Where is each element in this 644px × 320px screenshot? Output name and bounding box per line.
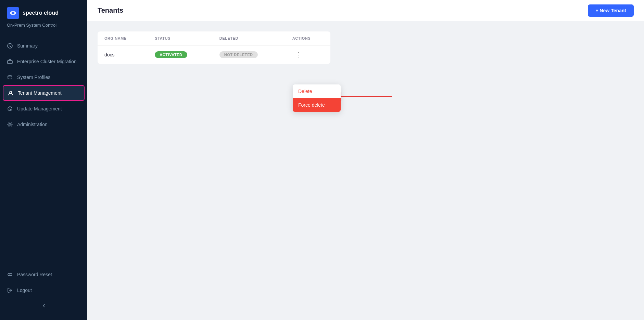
- svg-rect-3: [8, 61, 12, 64]
- sidebar-item-enterprise-cluster-migration[interactable]: Enterprise Cluster Migration: [0, 54, 87, 69]
- sidebar-item-tenant-management[interactable]: Tenant Management: [3, 85, 85, 101]
- sidebar-item-administration[interactable]: Administration: [0, 117, 87, 132]
- svg-point-9: [10, 274, 12, 276]
- actions-menu-button[interactable]: ⋮: [292, 50, 304, 59]
- status-badge-activated: ACTIVATED: [155, 51, 187, 58]
- sidebar-item-tenant-management-label: Tenant Management: [18, 90, 62, 96]
- system-profiles-icon: [7, 74, 13, 80]
- sidebar-item-update-management[interactable]: Update Management: [0, 101, 87, 117]
- logo-text: spectro cloud: [23, 10, 59, 16]
- actions-dropdown-menu: Delete Force delete: [293, 84, 341, 112]
- sidebar-item-system-profiles[interactable]: System Profiles: [0, 69, 87, 85]
- page-title: Tenants: [98, 6, 123, 14]
- cell-org-name: docs: [98, 45, 148, 64]
- col-header-status: STATUS: [148, 31, 213, 45]
- status-badge-not-deleted: NOT DELETED: [219, 51, 258, 58]
- sidebar-item-system-profiles-label: System Profiles: [17, 75, 50, 80]
- table-header: ORG NAME STATUS DELETED ACTIONS: [98, 31, 330, 45]
- sidebar-nav: Summary Enterprise Cluster Migration Sys…: [0, 35, 87, 267]
- cell-deleted: NOT DELETED: [213, 45, 286, 64]
- sidebar-bottom: Password Reset Logout: [0, 267, 87, 320]
- svg-point-8: [8, 274, 10, 276]
- new-tenant-button[interactable]: + New Tenant: [588, 4, 634, 17]
- tenants-table-container: ORG NAME STATUS DELETED ACTIONS docs ACT…: [98, 31, 330, 64]
- update-management-icon: [7, 106, 13, 112]
- force-delete-menu-item[interactable]: Force delete: [293, 98, 341, 112]
- sidebar-item-logout[interactable]: Logout: [0, 282, 87, 298]
- svg-point-4: [8, 76, 12, 77]
- password-reset-icon: [7, 271, 13, 278]
- tenants-table: ORG NAME STATUS DELETED ACTIONS docs ACT…: [98, 31, 330, 64]
- sidebar-item-summary[interactable]: Summary: [0, 38, 87, 54]
- col-header-deleted: DELETED: [213, 31, 286, 45]
- svg-point-1: [12, 12, 14, 14]
- cell-status: ACTIVATED: [148, 45, 213, 64]
- spectro-cloud-logo: [7, 7, 19, 19]
- sidebar-collapse-button[interactable]: [0, 298, 87, 313]
- sidebar: spectro cloud On-Prem System Control Sum…: [0, 0, 87, 320]
- content-area: ORG NAME STATUS DELETED ACTIONS docs ACT…: [87, 21, 644, 320]
- sidebar-logo: spectro cloud: [0, 0, 87, 23]
- sidebar-item-enterprise-label: Enterprise Cluster Migration: [17, 59, 77, 64]
- sidebar-item-logout-label: Logout: [17, 288, 32, 293]
- svg-point-5: [10, 91, 12, 93]
- sidebar-item-administration-label: Administration: [17, 122, 48, 127]
- logout-icon: [7, 287, 13, 293]
- sidebar-item-update-management-label: Update Management: [17, 106, 62, 111]
- tenant-management-icon: [8, 90, 14, 96]
- svg-point-7: [9, 124, 11, 125]
- arrow-annotation: [334, 89, 395, 104]
- enterprise-icon: [7, 58, 13, 65]
- cell-actions: ⋮: [286, 45, 330, 64]
- col-header-actions: ACTIONS: [286, 31, 330, 45]
- administration-icon: [7, 121, 13, 128]
- sidebar-item-password-reset-label: Password Reset: [17, 272, 52, 277]
- main-content: Tenants + New Tenant ORG NAME STATUS DEL…: [87, 0, 644, 320]
- top-bar: Tenants + New Tenant: [87, 0, 644, 21]
- delete-menu-item[interactable]: Delete: [293, 84, 341, 98]
- table-body: docs ACTIVATED NOT DELETED ⋮: [98, 45, 330, 64]
- sidebar-item-password-reset[interactable]: Password Reset: [0, 267, 87, 282]
- summary-icon: [7, 43, 13, 49]
- col-header-org-name: ORG NAME: [98, 31, 148, 45]
- sidebar-item-summary-label: Summary: [17, 43, 38, 49]
- sidebar-subtitle: On-Prem System Control: [0, 23, 87, 35]
- table-row: docs ACTIVATED NOT DELETED ⋮: [98, 45, 330, 64]
